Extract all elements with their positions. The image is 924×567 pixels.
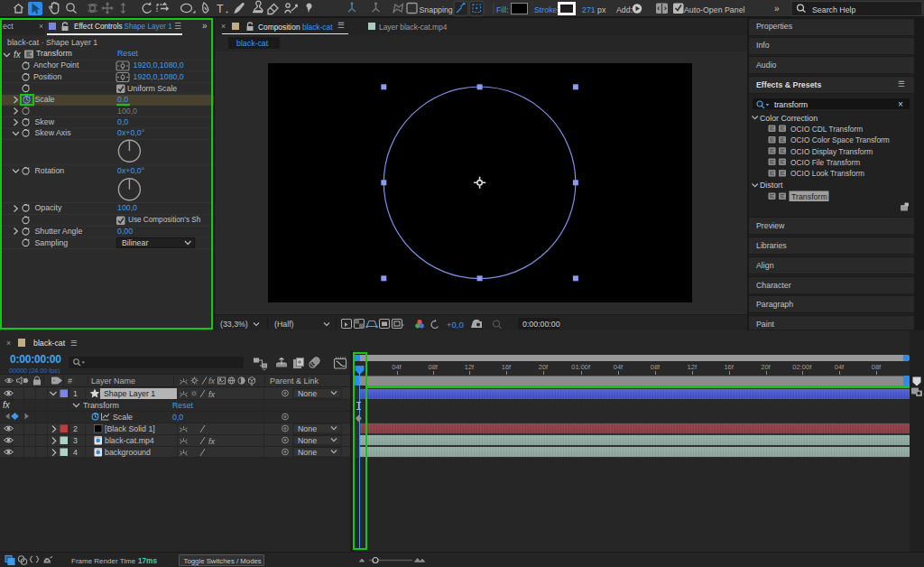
svg-text:T: T (217, 3, 224, 15)
svg-text:fx: fx (208, 390, 216, 399)
svg-text:fx: fx (3, 400, 11, 410)
svg-text:+0,0: +0,0 (447, 320, 464, 330)
svg-text:fx: fx (208, 376, 216, 386)
svg-text:fx: fx (208, 437, 216, 446)
